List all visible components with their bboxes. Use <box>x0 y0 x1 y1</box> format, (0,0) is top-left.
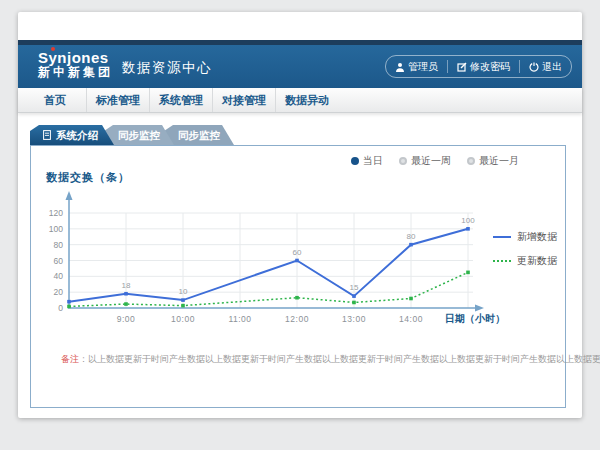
radio-icon <box>467 157 475 165</box>
logo: Synjones 新中新集团 <box>38 49 113 80</box>
legend-item-update-data: 更新数据 <box>493 254 557 268</box>
x-axis-title: 日期（小时） <box>445 312 505 326</box>
radio-label: 当日 <box>363 154 383 168</box>
user-button[interactable]: 管理员 <box>386 60 447 73</box>
radio-icon <box>399 157 407 165</box>
nav-item-interface-mgmt[interactable]: 对接管理 <box>213 88 276 112</box>
chart-panel: 当日 最近一周 最近一月 数据交换（条） 0204060801001209:00… <box>30 145 566 408</box>
svg-text:13:00: 13:00 <box>342 314 366 324</box>
svg-text:20: 20 <box>54 287 64 297</box>
logout-label: 退出 <box>542 60 562 74</box>
radio-label: 最近一月 <box>479 154 519 168</box>
main-nav: 首页 标准管理 系统管理 对接管理 数据异动 <box>18 88 582 113</box>
svg-text:60: 60 <box>293 248 302 257</box>
svg-text:14:00: 14:00 <box>399 314 423 324</box>
svg-text:40: 40 <box>54 271 64 281</box>
svg-text:100: 100 <box>461 216 475 225</box>
nav-item-data-change[interactable]: 数据异动 <box>276 88 338 112</box>
tab-bar: 系统介绍 同步监控 同步监控 <box>30 125 224 145</box>
tab-system-intro[interactable]: 系统介绍 <box>30 125 114 145</box>
svg-text:15: 15 <box>350 283 359 292</box>
logo-en: Synjones <box>38 49 113 66</box>
solid-line-icon <box>493 236 511 238</box>
svg-text:60: 60 <box>54 256 64 266</box>
logout-icon <box>529 62 539 72</box>
user-icon <box>395 62 405 72</box>
app-title: 数据资源中心 <box>122 59 212 77</box>
svg-text:18: 18 <box>122 281 131 290</box>
page: Synjones 新中新集团 数据资源中心 管理员 修改密码 退出 首页 标准管… <box>18 12 582 418</box>
footnote-text: ：以上数据更新于时间产生数据以上数据更新于时间产生数据以上数据更新于时间产生数据… <box>79 354 600 364</box>
line-chart-svg: 0204060801001209:0010:0011:0012:0013:001… <box>41 188 501 340</box>
svg-text:80: 80 <box>407 232 416 241</box>
document-icon <box>43 130 51 140</box>
logo-cn-text: 新中新集团 <box>38 66 113 80</box>
radio-option-last-month[interactable]: 最近一月 <box>467 154 519 168</box>
svg-text:120: 120 <box>49 208 63 218</box>
tab-sync-monitor-1[interactable]: 同步监控 <box>104 125 174 145</box>
svg-text:80: 80 <box>54 240 64 250</box>
nav-item-standard-mgmt[interactable]: 标准管理 <box>87 88 150 112</box>
svg-text:9:00: 9:00 <box>117 314 136 324</box>
change-password-button[interactable]: 修改密码 <box>447 60 519 73</box>
radio-icon <box>351 157 359 165</box>
svg-text:12:00: 12:00 <box>285 314 309 324</box>
time-range-radio-group: 当日 最近一周 最近一月 <box>351 154 519 168</box>
svg-text:0: 0 <box>58 303 63 313</box>
y-axis-title: 数据交换（条） <box>46 170 130 185</box>
nav-item-system-mgmt[interactable]: 系统管理 <box>150 88 213 112</box>
user-controls: 管理员 修改密码 退出 <box>385 55 572 78</box>
logo-red-dot-icon <box>51 47 55 51</box>
chart-legend: 新增数据 更新数据 <box>493 230 557 278</box>
svg-text:100: 100 <box>49 224 63 234</box>
logo-en-text: Synjones <box>38 49 109 66</box>
svg-text:10: 10 <box>179 287 188 296</box>
tab-sync-monitor-2[interactable]: 同步监控 <box>164 125 234 145</box>
footnote-prefix: 备注 <box>61 354 79 364</box>
radio-option-last-week[interactable]: 最近一周 <box>399 154 451 168</box>
svg-text:11:00: 11:00 <box>228 314 251 324</box>
user-label: 管理员 <box>408 60 438 74</box>
change-password-label: 修改密码 <box>470 60 510 74</box>
nav-item-home[interactable]: 首页 <box>24 88 87 112</box>
legend-item-new-data: 新增数据 <box>493 230 557 244</box>
app-header: Synjones 新中新集团 数据资源中心 管理员 修改密码 退出 <box>18 40 582 88</box>
edit-icon <box>457 62 467 72</box>
legend-label: 更新数据 <box>517 254 557 268</box>
dotted-line-icon <box>493 260 511 262</box>
radio-option-today[interactable]: 当日 <box>351 154 383 168</box>
footnote: 备注：以上数据更新于时间产生数据以上数据更新于时间产生数据以上数据更新于时间产生… <box>61 353 600 366</box>
svg-text:10:00: 10:00 <box>171 314 195 324</box>
tab-label: 系统介绍 <box>56 125 98 145</box>
radio-label: 最近一周 <box>411 154 451 168</box>
legend-label: 新增数据 <box>517 230 557 244</box>
logout-button[interactable]: 退出 <box>519 60 571 73</box>
